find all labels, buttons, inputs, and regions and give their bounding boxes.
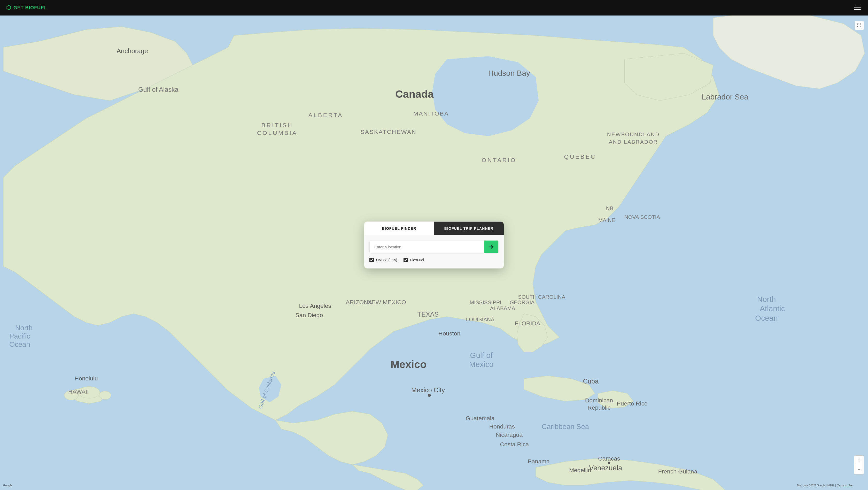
svg-text:Labrador Sea: Labrador Sea <box>702 93 748 101</box>
svg-text:Costa Rica: Costa Rica <box>500 441 529 448</box>
svg-point-45 <box>428 394 431 397</box>
terms-link[interactable]: Terms of Use <box>837 484 852 487</box>
map-attribution: Map data ©2021 Google, INEGI | Terms of … <box>797 484 852 487</box>
svg-text:Puerto Rico: Puerto Rico <box>617 400 648 407</box>
svg-text:NEWFOUNDLAND: NEWFOUNDLAND <box>607 131 660 137</box>
svg-text:Guatemala: Guatemala <box>466 415 495 422</box>
svg-text:Caracas: Caracas <box>598 455 620 462</box>
svg-text:Gulf of Alaska: Gulf of Alaska <box>138 86 178 93</box>
svg-point-61 <box>608 462 610 464</box>
svg-text:Hudson Bay: Hudson Bay <box>488 69 530 77</box>
svg-text:North: North <box>15 324 33 332</box>
zoom-controls: + − <box>854 455 864 474</box>
svg-text:Venezuela: Venezuela <box>589 464 622 472</box>
svg-text:NB: NB <box>606 205 614 211</box>
svg-text:ALBERTA: ALBERTA <box>308 112 343 118</box>
svg-text:Caribbean Sea: Caribbean Sea <box>542 423 589 431</box>
svg-text:QUEBEC: QUEBEC <box>564 153 596 160</box>
svg-text:HAWAII: HAWAII <box>68 388 89 395</box>
svg-text:Ocean: Ocean <box>9 340 30 348</box>
svg-text:AND LABRADOR: AND LABRADOR <box>609 139 658 145</box>
svg-text:MANITOBA: MANITOBA <box>413 110 449 117</box>
tab-biofuel-finder[interactable]: BIOFUEL FINDER <box>364 222 434 235</box>
svg-text:French Guiana: French Guiana <box>658 468 698 475</box>
navbar: ⬡ GET BIOFUEL <box>0 0 868 16</box>
svg-text:MISSISSIPPI: MISSISSIPPI <box>470 299 501 305</box>
search-button[interactable] <box>484 241 498 253</box>
svg-text:COLUMBIA: COLUMBIA <box>257 129 297 136</box>
svg-text:Mexico City: Mexico City <box>411 386 445 394</box>
checkbox-flexfuel[interactable]: FlexFuel <box>404 258 424 262</box>
search-row <box>369 240 499 253</box>
svg-text:Canada: Canada <box>395 88 434 100</box>
svg-text:Mexico: Mexico <box>391 359 427 370</box>
flexfuel-checkbox[interactable] <box>404 258 408 262</box>
unl88-label: UNL88 (E15) <box>376 258 397 262</box>
hamburger-line-1 <box>854 6 861 6</box>
svg-text:Medellin: Medellin <box>569 467 591 473</box>
svg-text:Cuba: Cuba <box>583 377 598 385</box>
svg-text:TEXAS: TEXAS <box>417 311 439 318</box>
svg-text:NOVA SCOTIA: NOVA SCOTIA <box>624 214 660 220</box>
panel-tabs: BIOFUEL FINDER BIOFUEL TRIP PLANNER <box>364 222 504 235</box>
svg-text:Mexico: Mexico <box>469 360 493 369</box>
zoom-in-button[interactable]: + <box>854 456 864 465</box>
svg-text:Nicaragua: Nicaragua <box>496 431 523 438</box>
navbar-logo: ⬡ GET BIOFUEL <box>6 4 47 11</box>
svg-text:Republic: Republic <box>587 404 611 411</box>
hamburger-button[interactable] <box>853 5 862 11</box>
svg-text:Dominican: Dominican <box>585 397 613 404</box>
svg-text:Houston: Houston <box>438 330 460 337</box>
hamburger-line-3 <box>854 9 861 10</box>
finder-panel: BIOFUEL FINDER BIOFUEL TRIP PLANNER UNL8… <box>364 222 504 269</box>
svg-text:Los Angeles: Los Angeles <box>299 302 331 309</box>
svg-text:Ocean: Ocean <box>755 314 778 322</box>
panel-body: UNL88 (E15) FlexFuel <box>364 235 504 269</box>
flexfuel-label: FlexFuel <box>410 258 424 262</box>
fullscreen-icon <box>857 23 861 27</box>
hamburger-line-2 <box>854 7 861 8</box>
svg-text:GEORGIA: GEORGIA <box>510 299 534 305</box>
svg-text:Anchorage: Anchorage <box>117 47 148 55</box>
svg-text:Honduras: Honduras <box>489 423 515 430</box>
svg-text:MAINE: MAINE <box>598 217 615 223</box>
svg-text:SASKATCHEWAN: SASKATCHEWAN <box>361 128 416 135</box>
svg-text:Pacific: Pacific <box>9 332 30 340</box>
svg-text:NEW MEXICO: NEW MEXICO <box>367 299 406 305</box>
checkbox-unl88[interactable]: UNL88 (E15) <box>369 258 397 262</box>
svg-text:ALABAMA: ALABAMA <box>490 305 516 311</box>
arrow-right-icon <box>489 244 494 249</box>
svg-point-3 <box>99 391 111 400</box>
svg-text:LOUISIANA: LOUISIANA <box>466 316 494 322</box>
svg-text:Gulf of: Gulf of <box>470 351 493 360</box>
svg-text:BRITISH: BRITISH <box>261 122 293 128</box>
svg-text:FLORIDA: FLORIDA <box>515 320 540 327</box>
svg-text:Honolulu: Honolulu <box>74 375 98 382</box>
tab-trip-planner[interactable]: BIOFUEL TRIP PLANNER <box>434 222 504 235</box>
logo-leaf-icon: ⬡ <box>6 4 11 11</box>
svg-text:Panama: Panama <box>528 458 550 465</box>
zoom-out-button[interactable]: − <box>854 465 864 474</box>
svg-text:Atlantic: Atlantic <box>760 304 785 313</box>
svg-text:ONTARIO: ONTARIO <box>482 157 517 163</box>
svg-text:San Diego: San Diego <box>295 312 323 318</box>
logo-text: GET BIOFUEL <box>13 5 47 10</box>
fullscreen-button[interactable] <box>855 21 864 30</box>
unl88-checkbox[interactable] <box>369 258 374 262</box>
svg-text:North: North <box>757 295 776 303</box>
checkboxes-row: UNL88 (E15) FlexFuel <box>369 258 499 262</box>
location-input[interactable] <box>370 241 484 253</box>
google-branding: Google <box>3 484 12 487</box>
svg-text:SOUTH CAROLINA: SOUTH CAROLINA <box>518 294 565 300</box>
